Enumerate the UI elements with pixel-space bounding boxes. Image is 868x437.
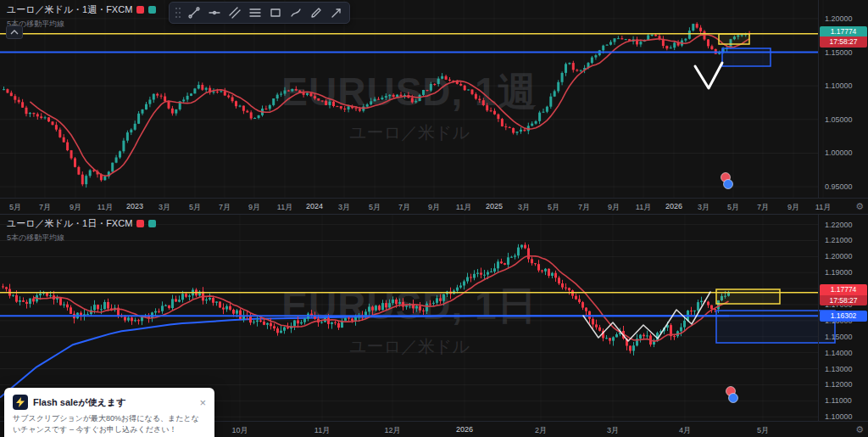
rectangle-drawing: [722, 48, 771, 66]
time-tick-label: 9月: [248, 202, 260, 213]
time-tick-label: 5月: [727, 202, 739, 213]
arrow-icon[interactable]: [327, 4, 346, 21]
price-tick-label: 1.15000: [825, 333, 853, 341]
rectangle-icon[interactable]: [266, 4, 285, 21]
time-tick-label: 5月: [189, 202, 201, 213]
symbol-title[interactable]: ユーロ／米ドル・1日・FXCM: [7, 217, 132, 230]
ma-line: [30, 35, 749, 176]
price-axis[interactable]: 1.200001.150001.100001.050001.000000.950…: [818, 0, 868, 199]
price-tick-label: 1.10000: [825, 412, 853, 421]
price-tick-label: 1.20000: [825, 252, 853, 261]
flash-sale-notification: Flash saleが使えます × サブスクリプションが最大80%お得になる、ま…: [4, 388, 214, 437]
price-tick-label: 1.20000: [825, 14, 853, 23]
price-tick-label: 1.14000: [825, 349, 853, 357]
price-tick-label: 0.95000: [825, 182, 853, 191]
last-price-label: 1.1777417:58:27: [820, 26, 867, 48]
gear-icon[interactable]: ⚙: [855, 424, 864, 435]
trend-line-icon[interactable]: [185, 4, 203, 21]
time-tick-label: 4月: [679, 425, 691, 436]
time-tick-label: 7月: [757, 202, 769, 213]
time-tick-label: 3月: [338, 202, 350, 213]
line-price-label: 1.16302: [820, 311, 867, 322]
gear-icon[interactable]: ⚙: [855, 201, 864, 212]
last-price-label: 1.1777417:58:27: [820, 284, 867, 305]
time-tick-label: 5月: [9, 202, 21, 213]
time-tick-label: 5月: [757, 425, 769, 436]
time-axis[interactable]: ⚙ 5月7月9月11月20233月5月7月9月11月20243月5月7月9月11…: [0, 198, 868, 214]
time-tick-label: 9月: [70, 202, 81, 213]
time-tick-label: 3月: [518, 202, 530, 213]
freehand-drawing: [695, 63, 722, 88]
time-tick-label: 2026: [665, 202, 682, 210]
rectangle-drawing: [719, 34, 749, 44]
rectangle-drawing: [716, 311, 835, 343]
time-tick-label: 11月: [815, 202, 831, 213]
time-tick-label: 7月: [578, 202, 590, 213]
drag-handle-icon[interactable]: [173, 4, 183, 21]
time-tick-label: 11月: [277, 202, 292, 213]
chart-panel-weekly: EURUSD, 1週 ユーロ／米ドル ユーロ／米ドル・1週・FXCM 5本の移動…: [0, 0, 868, 214]
time-tick-label: 3月: [698, 202, 709, 213]
up-candle-icon: [148, 220, 156, 227]
notification-body: サブスクリプションが最大80%お得になる、またとないチャンスです – 今すぐお申…: [13, 413, 206, 434]
trading-platform: EURUSD, 1週 ユーロ／米ドル ユーロ／米ドル・1週・FXCM 5本の移動…: [0, 0, 868, 437]
notification-title: Flash saleが使えます: [33, 396, 194, 409]
price-tick-label: 1.22000: [825, 221, 853, 229]
time-tick-label: 9月: [428, 202, 440, 213]
panel-divider[interactable]: [0, 214, 868, 215]
time-tick-label: 12月: [384, 425, 400, 436]
parallel-channel-icon[interactable]: [225, 4, 244, 21]
pane-collapse-button[interactable]: [6, 25, 23, 39]
down-candle-icon: [136, 6, 144, 14]
time-tick-label: 9月: [608, 202, 620, 213]
time-tick-label: 7月: [398, 202, 410, 213]
chevron-up-icon: [10, 30, 19, 35]
time-tick-label: 2月: [535, 425, 547, 436]
legend: ユーロ／米ドル・1週・FXCM 5本の移動平均線: [7, 3, 156, 30]
price-tick-label: 1.10000: [825, 81, 853, 90]
rectangle-drawing: [716, 289, 780, 304]
pencil-icon[interactable]: [307, 4, 326, 21]
time-tick-label: 2023: [126, 202, 143, 210]
time-tick-label: 2024: [306, 202, 323, 210]
price-tick-label: 1.15000: [825, 48, 853, 57]
time-tick-label: 11月: [456, 202, 471, 213]
time-tick-label: 9月: [787, 202, 799, 213]
indicator-label[interactable]: 5本の移動平均線: [7, 19, 156, 30]
indicator-label[interactable]: 5本の移動平均線: [7, 233, 156, 244]
weekly-chart-canvas[interactable]: [0, 0, 868, 214]
flash-icon: [13, 395, 28, 410]
legend: ユーロ／米ドル・1日・FXCM 5本の移動平均線: [7, 217, 156, 244]
time-tick-label: 7月: [219, 202, 231, 213]
sticker-icon: [729, 394, 738, 403]
price-axis[interactable]: 1.220001.210001.200001.190001.180001.170…: [818, 214, 868, 422]
time-tick-label: 7月: [39, 202, 51, 213]
close-icon[interactable]: ×: [199, 397, 206, 408]
time-tick-label: 10月: [231, 425, 248, 436]
price-tick-label: 1.11000: [825, 396, 852, 405]
time-tick-label: 2026: [456, 425, 473, 434]
candles: [2, 243, 730, 356]
horizontal-line-icon[interactable]: [205, 4, 224, 21]
time-tick-label: 5月: [548, 202, 559, 213]
price-tick-label: 1.05000: [825, 115, 853, 124]
time-tick-label: 2025: [486, 202, 503, 210]
price-tick-label: 1.21000: [825, 236, 853, 244]
time-tick-label: 11月: [97, 202, 113, 213]
price-tick-label: 1.00000: [825, 148, 853, 157]
price-tick-label: 1.13000: [825, 365, 853, 373]
brush-icon[interactable]: [287, 4, 305, 21]
time-tick-label: 3月: [159, 202, 170, 213]
price-tick-label: 1.19000: [825, 268, 853, 277]
time-tick-label: 11月: [314, 425, 330, 436]
up-candle-icon: [148, 6, 156, 14]
drawing-toolbar: [169, 2, 350, 24]
down-candle-icon: [136, 220, 144, 227]
sticker-icon: [724, 180, 733, 189]
symbol-title[interactable]: ユーロ／米ドル・1週・FXCM: [7, 3, 132, 16]
time-tick-label: 5月: [369, 202, 381, 213]
fib-retracement-icon[interactable]: [246, 4, 264, 21]
time-tick-label: 3月: [607, 425, 619, 436]
price-tick-label: 1.12000: [825, 380, 853, 389]
time-tick-label: 11月: [636, 202, 651, 213]
